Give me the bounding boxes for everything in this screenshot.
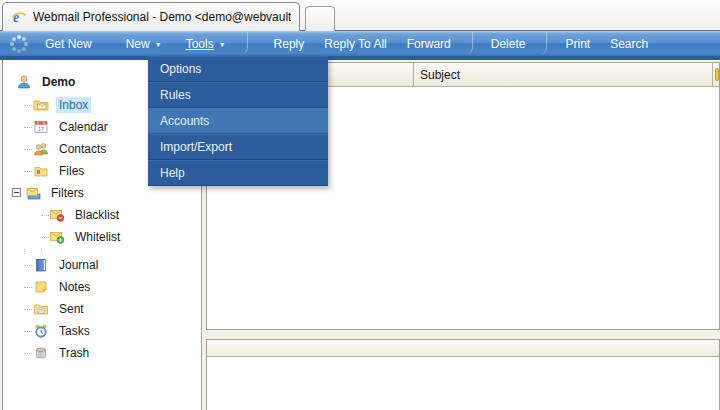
menu-item-help[interactable]: Help (148, 160, 328, 186)
reply-to-all-button[interactable]: Reply To All (314, 31, 396, 56)
menu-item-import-export[interactable]: Import/Export (148, 134, 328, 160)
svg-text:e: e (13, 10, 19, 25)
forward-button[interactable]: Forward (397, 31, 461, 56)
files-folder-icon (33, 163, 49, 179)
notes-icon (33, 279, 49, 295)
filters-icon (25, 185, 41, 201)
whitelist-icon (49, 229, 65, 245)
tools-dropdown-menu: Options Rules Accounts Import/Export Hel… (148, 56, 328, 186)
new-tab-stub[interactable] (305, 6, 335, 31)
tools-button[interactable]: Tools ▼ (176, 31, 236, 56)
refresh-spinner-icon (9, 34, 29, 54)
internet-explorer-icon: e (11, 9, 27, 25)
delete-button[interactable]: Delete (481, 31, 536, 56)
contacts-icon (33, 141, 49, 157)
blacklist-icon (49, 207, 65, 223)
get-new-button[interactable]: Get New (35, 31, 102, 56)
inbox-folder-icon (33, 97, 49, 113)
sidebar-item-notes[interactable]: Notes (3, 276, 201, 298)
toolbar-separator (465, 32, 473, 55)
browser-tab[interactable]: e Webmail Professional - Demo <demo@webv… (2, 2, 300, 31)
new-button[interactable]: New ▼ (116, 31, 172, 56)
sidebar-item-journal[interactable]: Journal (3, 254, 201, 276)
journal-icon (33, 257, 49, 273)
column-header-subject[interactable]: Subject (414, 63, 713, 86)
sidebar-item-sent[interactable]: Sent (3, 298, 201, 320)
sidebar-item-whitelist[interactable]: Whitelist (3, 226, 201, 248)
menu-item-options[interactable]: Options (148, 56, 328, 82)
reply-button[interactable]: Reply (264, 31, 315, 56)
column-header-edge[interactable] (713, 63, 719, 86)
collapse-expander-icon[interactable] (12, 188, 21, 197)
preview-pane-body[interactable] (207, 357, 719, 410)
print-button[interactable]: Print (555, 31, 600, 56)
chevron-down-icon: ▼ (155, 39, 162, 48)
sidebar-item-blacklist[interactable]: Blacklist (3, 204, 201, 226)
browser-tab-strip: e Webmail Professional - Demo <demo@webv… (0, 0, 720, 31)
search-button[interactable]: Search (600, 31, 658, 56)
sent-folder-icon (33, 301, 49, 317)
sidebar-item-tasks[interactable]: Tasks (3, 320, 201, 342)
sidebar-item-trash[interactable]: Trash (3, 342, 201, 364)
person-icon (16, 74, 32, 90)
toolbar-separator (539, 32, 547, 55)
trash-icon (33, 345, 49, 361)
toolbar-separator (240, 32, 248, 55)
tasks-clock-icon (33, 323, 49, 339)
chevron-down-icon: ▼ (219, 39, 226, 48)
menu-item-rules[interactable]: Rules (148, 82, 328, 108)
main-toolbar: Get New New ▼ Tools ▼ Reply Reply To All… (0, 31, 720, 56)
preview-pane (206, 339, 720, 410)
preview-pane-header (207, 340, 719, 357)
calendar-icon: 17 (33, 119, 49, 135)
tab-title: Webmail Professional - Demo <demo@webvau… (33, 10, 291, 24)
sort-indicator-icon (715, 68, 719, 81)
menu-item-accounts[interactable]: Accounts (148, 108, 328, 134)
svg-text:17: 17 (38, 126, 44, 132)
